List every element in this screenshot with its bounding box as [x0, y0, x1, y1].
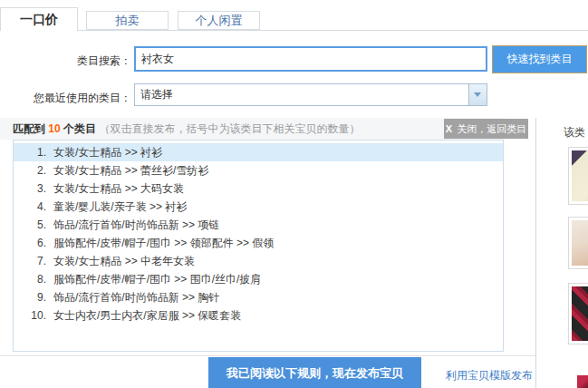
category-number: 4. [14, 198, 46, 216]
match-result-header: 匹配到 10 个类目 （双击直接发布，括号中为该类目下相关宝贝的数量） [0, 118, 505, 140]
category-search-input[interactable] [134, 46, 487, 72]
category-row[interactable]: 4.童装/婴儿装/亲子装 >> 衬衫 [14, 198, 503, 216]
category-search-label: 类目搜索： [0, 53, 131, 69]
tab-personal-idle[interactable]: 个人闲置 [178, 11, 260, 30]
category-number: 2. [14, 161, 46, 179]
category-number: 9. [14, 288, 46, 306]
category-row[interactable]: 3.女装/女士精品 >> 大码女装 [14, 179, 503, 198]
related-items-panel-title: 该类 [564, 125, 585, 141]
red-knit-photo [572, 286, 588, 341]
use-template-link[interactable]: 利用宝贝模版发布 [446, 368, 533, 383]
category-path: 女装/女士精品 >> 蕾丝衫/雪纺衫 [53, 161, 208, 179]
category-row[interactable]: 1.女装/女士精品 >> 衬衫 [14, 143, 503, 161]
category-row[interactable]: 9.饰品/流行首饰/时尚饰品新 >> 胸针 [14, 288, 503, 306]
model-photo [572, 220, 588, 266]
close-icon: X [446, 123, 452, 134]
category-path: 女士内衣/男士内衣/家居服 >> 保暖套装 [53, 306, 241, 325]
tab-auction[interactable]: 拍卖 [86, 11, 169, 30]
category-path: 饰品/流行首饰/时尚饰品新 >> 胸针 [53, 288, 219, 306]
category-row[interactable]: 6.服饰配件/皮带/帽子/围巾 >> 领部配件 >> 假领 [14, 234, 503, 252]
recent-category-label: 您最近使用的类目： [0, 91, 131, 106]
match-hint: （双击直接发布，括号中为该类目下相关宝贝的数量） [99, 122, 360, 135]
match-prefix: 匹配到 [13, 122, 48, 135]
category-list: 1.女装/女士精品 >> 衬衫2.女装/女士精品 >> 蕾丝衫/雪纺衫3.女装/… [13, 140, 504, 352]
select-dropdown-button[interactable] [468, 84, 487, 105]
category-row[interactable]: 5.饰品/流行首饰/时尚饰品新 >> 项链 [14, 216, 503, 234]
category-path: 服饰配件/皮带/帽子/围巾 >> 领部配件 >> 假领 [53, 234, 274, 252]
product-thumbnail[interactable] [568, 217, 588, 269]
cream-shirt-photo [572, 150, 588, 201]
category-number: 6. [14, 234, 46, 252]
category-path: 童装/婴儿装/亲子装 >> 衬衫 [53, 198, 187, 216]
category-number: 1. [14, 143, 46, 161]
tab-fixed-price[interactable]: 一口价 [0, 7, 78, 31]
category-path: 女装/女士精品 >> 大码女装 [53, 179, 184, 198]
recent-category-selected-value: 请选择 [135, 84, 487, 105]
category-path: 饰品/流行首饰/时尚饰品新 >> 项链 [53, 216, 219, 234]
category-path: 女装/女士精品 >> 中老年女装 [53, 252, 195, 270]
publish-item-button[interactable]: 我已阅读以下规则，现在发布宝贝 [208, 357, 421, 388]
close-return-category-button[interactable]: X关闭，返回类目 [444, 119, 528, 139]
category-path: 服饰配件/皮带/帽子/围巾 >> 围巾/丝巾/披肩 [53, 270, 261, 288]
publish-category-page: 一口价 拍卖 个人闲置 类目搜索： 快速找到类目 您最近使用的类目： 请选择 匹… [0, 0, 588, 388]
product-thumbnail[interactable] [568, 147, 588, 205]
recent-category-select[interactable]: 请选择 [134, 83, 487, 106]
match-count: 10 [48, 122, 60, 135]
chevron-down-icon [474, 92, 481, 97]
category-number: 10. [14, 306, 46, 325]
category-row[interactable]: 8.服饰配件/皮带/帽子/围巾 >> 围巾/丝巾/披肩 [14, 270, 503, 288]
product-thumbnail[interactable] [568, 283, 588, 344]
match-suffix: 个类目 [61, 122, 96, 135]
close-button-label: 关闭，返回类目 [457, 123, 526, 134]
category-path: 女装/女士精品 >> 衬衫 [53, 143, 162, 161]
category-number: 3. [14, 179, 46, 198]
footer-divider [0, 355, 535, 356]
category-row[interactable]: 7.女装/女士精品 >> 中老年女装 [14, 252, 503, 270]
category-row[interactable]: 10.女士内衣/男士内衣/家居服 >> 保暖套装 [14, 306, 503, 325]
category-number: 5. [14, 216, 46, 234]
quick-find-category-button[interactable]: 快速找到类目 [492, 45, 587, 73]
category-number: 8. [14, 270, 46, 288]
tab-bar-divider [0, 30, 588, 31]
category-number: 7. [14, 252, 46, 270]
category-row[interactable]: 2.女装/女士精品 >> 蕾丝衫/雪纺衫 [14, 161, 503, 179]
cropped-product-photo [577, 375, 588, 388]
